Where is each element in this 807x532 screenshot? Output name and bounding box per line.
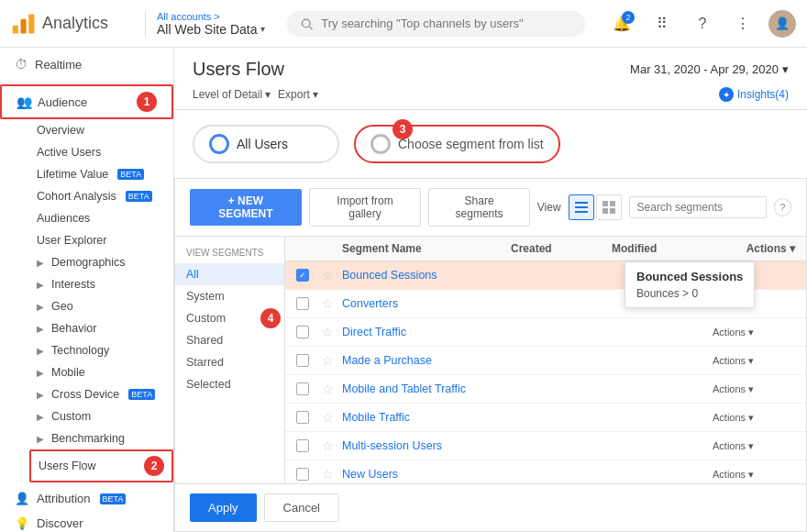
breadcrumb-main[interactable]: All Web Site Data ▾ bbox=[157, 22, 265, 37]
sidebar-item-behavior[interactable]: ▶Behavior bbox=[29, 317, 173, 339]
view-seg-custom[interactable]: Custom 4 bbox=[175, 307, 284, 329]
apply-button[interactable]: Apply bbox=[190, 493, 257, 522]
row-checkbox-multi[interactable] bbox=[296, 439, 309, 452]
col-modified-header: Modified bbox=[612, 242, 713, 255]
sidebar-item-realtime[interactable]: ⏱ Realtime bbox=[0, 51, 173, 77]
row-checkbox-direct[interactable] bbox=[296, 326, 309, 338]
help-button[interactable]: ? bbox=[688, 9, 717, 39]
sidebar-item-users-flow[interactable]: Users Flow 2 bbox=[29, 449, 173, 482]
nav-icons: 🔔 2 ⠿ ? ⋮ 👤 bbox=[607, 9, 796, 39]
list-view-icon bbox=[575, 201, 588, 214]
actions-btn-multi[interactable]: Actions ▾ bbox=[713, 440, 795, 452]
segment-name-mobile-tablet[interactable]: Mobile and Tablet Traffic bbox=[342, 382, 466, 395]
star-mobile[interactable]: ☆ bbox=[322, 410, 334, 425]
row-checkbox-mobile[interactable] bbox=[296, 411, 309, 424]
view-seg-all[interactable]: All bbox=[175, 263, 284, 285]
col-actions-header: Actions ▾ bbox=[713, 242, 795, 255]
choose-segment-pill[interactable]: Choose segment from list 3 bbox=[354, 125, 560, 163]
col-created-header: Created bbox=[511, 242, 612, 255]
table-row-mobile-traffic: ☆ Mobile Traffic Actions ▾ bbox=[285, 404, 806, 432]
row-checkbox-new-users[interactable] bbox=[296, 468, 309, 481]
search-input[interactable] bbox=[321, 17, 572, 30]
users-flow-step-badge: 2 bbox=[144, 456, 164, 476]
search-segments-input[interactable] bbox=[629, 196, 767, 218]
insights-button[interactable]: ✦ Insights(4) bbox=[719, 87, 789, 102]
sidebar-item-user-explorer[interactable]: User Explorer bbox=[29, 229, 173, 251]
date-range-picker[interactable]: Mar 31, 2020 - Apr 29, 2020 ▾ bbox=[630, 62, 789, 76]
view-label: View bbox=[537, 201, 561, 214]
sidebar-item-benchmarking[interactable]: ▶Benchmarking bbox=[29, 427, 173, 449]
notification-button[interactable]: 🔔 2 bbox=[607, 9, 636, 39]
sidebar-item-attribution[interactable]: 👤 Attribution BETA bbox=[0, 486, 173, 511]
new-segment-button[interactable]: + NEW SEGMENT bbox=[190, 189, 302, 226]
row-checkbox-converters[interactable] bbox=[296, 297, 309, 310]
star-purchase[interactable]: ☆ bbox=[322, 353, 334, 368]
segment-name-direct[interactable]: Direct Traffic bbox=[342, 326, 406, 338]
view-seg-system[interactable]: System bbox=[175, 285, 284, 307]
star-new-users[interactable]: ☆ bbox=[322, 467, 334, 482]
segment-name-converters[interactable]: Converters bbox=[342, 297, 398, 310]
star-direct[interactable]: ☆ bbox=[322, 325, 334, 339]
sidebar-item-cohort[interactable]: Cohort Analysis BETA bbox=[29, 185, 173, 207]
view-seg-starred[interactable]: Starred bbox=[175, 351, 284, 373]
avatar[interactable]: 👤 bbox=[768, 10, 796, 38]
sidebar-item-demographics[interactable]: ▶Demographics bbox=[29, 251, 173, 273]
row-checkbox-bounced[interactable]: ✓ bbox=[296, 269, 309, 282]
app-title: Analytics bbox=[42, 14, 108, 33]
sidebar-item-technology[interactable]: ▶Technology bbox=[29, 339, 173, 361]
all-users-segment[interactable]: All Users bbox=[193, 125, 339, 163]
star-multi[interactable]: ☆ bbox=[322, 438, 334, 453]
view-seg-shared[interactable]: Shared bbox=[175, 329, 284, 351]
svg-line-4 bbox=[310, 27, 313, 29]
sidebar-item-audiences[interactable]: Audiences bbox=[29, 207, 173, 229]
actions-btn-direct[interactable]: Actions ▾ bbox=[713, 327, 795, 338]
sidebar-item-active-users[interactable]: Active Users bbox=[29, 141, 173, 163]
sidebar-section-realtime: ⏱ Realtime bbox=[0, 48, 173, 81]
segments-table: Segment Name Created Modified Actions ▾ … bbox=[285, 237, 806, 483]
row-checkbox-purchase[interactable] bbox=[296, 354, 309, 367]
star-bounced[interactable]: ☆ bbox=[322, 268, 334, 283]
row-checkbox-mobile-tablet[interactable] bbox=[296, 382, 309, 395]
share-segments-button[interactable]: Share segments bbox=[428, 188, 529, 227]
apps-button[interactable]: ⠿ bbox=[647, 9, 677, 39]
import-gallery-button[interactable]: Import from gallery bbox=[309, 188, 422, 227]
col-name-header: Segment Name bbox=[342, 242, 511, 255]
sidebar-item-lifetime-value[interactable]: Lifetime Value BETA bbox=[29, 163, 173, 185]
table-row-new-users: ☆ New Users Actions ▾ bbox=[285, 460, 806, 483]
breadcrumb-dropdown-arrow[interactable]: ▾ bbox=[260, 24, 265, 34]
segment-name-bounced[interactable]: Bounced Sessions bbox=[342, 269, 437, 282]
actions-btn-mobile-tablet[interactable]: Actions ▾ bbox=[713, 383, 795, 395]
star-converters[interactable]: ☆ bbox=[322, 296, 334, 311]
table-row-direct-traffic: ☆ Direct Traffic Actions ▾ bbox=[285, 318, 806, 347]
view-segments-panel: VIEW SEGMENTS All System Custom 4 Shared… bbox=[175, 237, 285, 483]
actions-btn-new-users[interactable]: Actions ▾ bbox=[713, 469, 795, 481]
sidebar-item-cross-device[interactable]: ▶Cross Device BETA bbox=[29, 383, 173, 405]
sidebar-item-audience[interactable]: 👥 Audience 1 bbox=[0, 84, 173, 119]
sidebar-item-interests[interactable]: ▶Interests bbox=[29, 273, 173, 295]
cancel-button[interactable]: Cancel bbox=[264, 493, 339, 522]
actions-btn-mobile[interactable]: Actions ▾ bbox=[713, 412, 795, 424]
sidebar-item-overview[interactable]: Overview bbox=[29, 119, 173, 141]
actions-btn-purchase[interactable]: Actions ▾ bbox=[713, 355, 795, 367]
sidebar-item-geo[interactable]: ▶Geo bbox=[29, 295, 173, 317]
view-seg-selected[interactable]: Selected bbox=[175, 373, 284, 395]
search-bar[interactable] bbox=[287, 11, 585, 37]
more-button[interactable]: ⋮ bbox=[728, 9, 757, 39]
export-button[interactable]: Export ▾ bbox=[278, 88, 318, 101]
star-mobile-tablet[interactable]: ☆ bbox=[322, 382, 334, 396]
sidebar-item-mobile[interactable]: ▶Mobile bbox=[29, 361, 173, 383]
all-users-label: All Users bbox=[237, 137, 288, 151]
breadcrumb-top[interactable]: All accounts > bbox=[157, 11, 265, 22]
list-view-button[interactable] bbox=[569, 194, 594, 220]
segment-name-multi[interactable]: Multi-session Users bbox=[342, 439, 442, 452]
svg-rect-2 bbox=[28, 14, 34, 33]
segment-name-purchase[interactable]: Made a Purchase bbox=[342, 354, 432, 367]
segment-name-new-users[interactable]: New Users bbox=[342, 468, 398, 481]
help-icon[interactable]: ? bbox=[774, 198, 791, 216]
level-of-detail-button[interactable]: Level of Detail ▾ bbox=[193, 88, 271, 101]
choose-segment-circle bbox=[370, 134, 391, 154]
sidebar-item-discover[interactable]: 💡 Discover bbox=[0, 511, 173, 532]
sidebar-item-custom[interactable]: ▶Custom bbox=[29, 405, 173, 427]
segment-name-mobile[interactable]: Mobile Traffic bbox=[342, 411, 410, 424]
grid-view-button[interactable] bbox=[596, 194, 622, 220]
